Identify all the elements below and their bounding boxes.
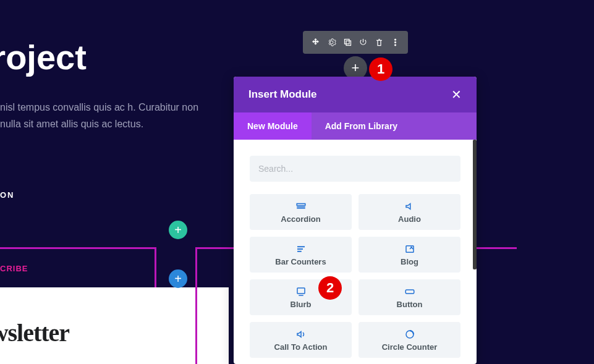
module-label: Audio bbox=[398, 214, 421, 224]
delete-icon[interactable] bbox=[373, 36, 385, 49]
module-accordion[interactable]: Accordion bbox=[250, 194, 352, 230]
modal-tabs: New Module Add From Library bbox=[234, 112, 477, 140]
module-call-to-action[interactable]: Call To Action bbox=[250, 322, 352, 358]
module-label: Button bbox=[397, 300, 423, 309]
newsletter-section: Newsletter bbox=[0, 287, 229, 364]
search-input[interactable] bbox=[250, 156, 460, 182]
add-row-button[interactable]: + bbox=[169, 269, 187, 288]
module-label: Blog bbox=[401, 257, 418, 266]
accordion-icon bbox=[295, 201, 307, 212]
annotation-marker-1: 1 bbox=[369, 57, 392, 81]
svg-point-2 bbox=[394, 39, 396, 41]
audio-icon bbox=[404, 201, 415, 212]
module-bar-counters[interactable]: Bar Counters bbox=[250, 237, 352, 273]
module-label: Circle Counter bbox=[382, 342, 438, 352]
subscribe-label: CRIBE bbox=[0, 264, 28, 276]
svg-rect-14 bbox=[405, 290, 414, 294]
insert-module-modal: Insert Module ✕ New Module Add From Libr… bbox=[234, 77, 477, 364]
close-icon[interactable]: ✕ bbox=[451, 87, 462, 102]
module-label: Blurb bbox=[291, 300, 312, 309]
svg-point-4 bbox=[394, 44, 396, 46]
move-icon[interactable] bbox=[310, 36, 322, 49]
svg-point-3 bbox=[394, 41, 396, 43]
newsletter-title: Newsletter bbox=[0, 318, 210, 347]
svg-rect-12 bbox=[297, 288, 305, 294]
circle-icon bbox=[404, 329, 415, 340]
svg-rect-0 bbox=[344, 40, 349, 44]
modal-title: Insert Module bbox=[248, 88, 317, 101]
settings-icon[interactable] bbox=[325, 36, 337, 49]
blurb-icon bbox=[295, 286, 307, 297]
module-grid: Accordion Audio Bar Counters Blog bbox=[250, 194, 460, 364]
module-button[interactable]: Button bbox=[359, 279, 460, 315]
cta-icon bbox=[295, 329, 307, 340]
tab-add-from-library[interactable]: Add From Library bbox=[312, 112, 411, 140]
module-toolbar bbox=[303, 31, 408, 54]
scrollbar-thumb[interactable] bbox=[473, 140, 477, 269]
background-button-label: ON bbox=[0, 190, 15, 200]
svg-rect-1 bbox=[346, 41, 351, 46]
add-section-button[interactable]: + bbox=[169, 221, 187, 239]
page-heading: Project bbox=[0, 37, 87, 77]
module-audio[interactable]: Audio bbox=[359, 194, 460, 230]
module-blog[interactable]: Blog bbox=[359, 237, 460, 273]
more-icon[interactable] bbox=[389, 36, 401, 49]
bars-icon bbox=[295, 243, 307, 255]
blog-icon bbox=[404, 243, 415, 255]
power-icon[interactable] bbox=[357, 36, 370, 49]
page-paragraph: nisl tempus convallis quis ac h. Curabit… bbox=[0, 99, 210, 132]
module-label: Call To Action bbox=[274, 342, 328, 352]
svg-rect-5 bbox=[297, 203, 305, 205]
button-icon bbox=[404, 286, 415, 297]
tab-new-module[interactable]: New Module bbox=[234, 112, 312, 140]
annotation-marker-2: 2 bbox=[318, 276, 342, 300]
module-circle-counter[interactable]: Circle Counter bbox=[359, 322, 460, 358]
module-label: Bar Counters bbox=[275, 257, 326, 266]
modal-body: Accordion Audio Bar Counters Blog bbox=[234, 140, 477, 364]
module-label: Accordion bbox=[281, 214, 320, 224]
modal-header: Insert Module ✕ bbox=[234, 77, 477, 112]
duplicate-icon[interactable] bbox=[341, 36, 354, 49]
